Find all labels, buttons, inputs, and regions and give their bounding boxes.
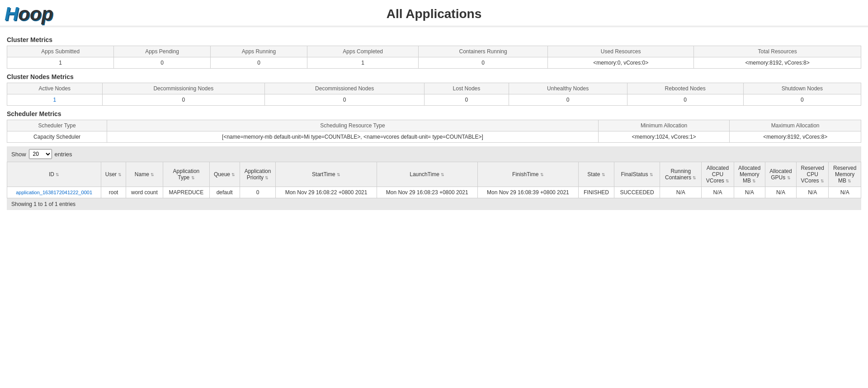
- scheduling-resource-type-value: [<name=memory-mb default-unit=Mi type=CO…: [107, 131, 599, 143]
- reserved-memory-sort-icon: ⇅: [848, 179, 851, 183]
- th-finish-time[interactable]: FinishTime ⇅: [477, 162, 578, 187]
- cell-final-status: SUCCEEDED: [614, 187, 660, 198]
- cell-finish-time: Mon Nov 29 16:08:39 +0800 2021: [477, 187, 578, 198]
- app-priority-sort-icon: ⇅: [265, 176, 269, 180]
- finish-time-sort-icon: ⇅: [540, 173, 544, 177]
- cluster-nodes-metrics-table: Active Nodes Decommissioning Nodes Decom…: [7, 83, 861, 106]
- th-state[interactable]: State ⇅: [578, 162, 614, 187]
- applications-table: ID ⇅ User ⇅ Name ⇅ ApplicationType ⇅ Que…: [7, 162, 861, 198]
- unhealthy-nodes-value: 0: [509, 94, 627, 106]
- rebooted-nodes-value: 0: [627, 94, 743, 106]
- launch-time-sort-icon: ⇅: [441, 173, 444, 177]
- cluster-metrics-section: Cluster Metrics Apps Submitted Apps Pend…: [7, 36, 861, 69]
- cell-queue: default: [209, 187, 240, 198]
- allocated-cpu-sort-icon: ⇅: [726, 179, 729, 183]
- cell-user: root: [101, 187, 126, 198]
- cell-state: FINISHED: [578, 187, 614, 198]
- lost-nodes-value: 0: [425, 94, 509, 106]
- page-title: All Applications: [0, 7, 868, 21]
- scheduler-metrics-table: Scheduler Type Scheduling Resource Type …: [7, 120, 861, 143]
- col-total-resources: Total Resources: [694, 46, 861, 57]
- state-sort-icon: ⇅: [602, 173, 605, 177]
- cluster-metrics-table: Apps Submitted Apps Pending Apps Running…: [7, 46, 861, 69]
- cell-running-containers: N/A: [660, 187, 702, 198]
- th-id[interactable]: ID ⇅: [7, 162, 101, 187]
- col-apps-submitted: Apps Submitted: [7, 46, 114, 57]
- th-final-status[interactable]: FinalStatus ⇅: [614, 162, 660, 187]
- show-label: Show: [11, 151, 26, 158]
- th-name[interactable]: Name ⇅: [126, 162, 163, 187]
- col-active-nodes: Active Nodes: [7, 83, 103, 94]
- reserved-cpu-sort-icon: ⇅: [821, 179, 824, 183]
- th-running-containers[interactable]: RunningContainers ⇅: [660, 162, 702, 187]
- cell-application-priority: 0: [240, 187, 276, 198]
- col-shutdown-nodes: Shutdown Nodes: [743, 83, 861, 94]
- table-row: application_1638172041222_0001 root word…: [7, 187, 861, 198]
- shutdown-nodes-value: 0: [743, 94, 861, 106]
- cell-allocated-cpu: N/A: [702, 187, 734, 198]
- final-status-sort-icon: ⇅: [650, 173, 653, 177]
- cluster-nodes-metrics-title: Cluster Nodes Metrics: [7, 73, 861, 80]
- th-start-time[interactable]: StartTime ⇅: [276, 162, 377, 187]
- cell-allocated-memory: N/A: [734, 187, 765, 198]
- cell-reserved-memory: N/A: [829, 187, 861, 198]
- decommissioning-nodes-value: 0: [102, 94, 265, 106]
- col-decommissioned-nodes: Decommissioned Nodes: [265, 83, 425, 94]
- th-reserved-cpu[interactable]: ReservedCPUVCores ⇅: [797, 162, 829, 187]
- entries-select[interactable]: 102050100: [29, 149, 52, 159]
- cell-launch-time: Mon Nov 29 16:08:23 +0800 2021: [377, 187, 477, 198]
- showing-entries-text: Showing 1 to 1 of 1 entries: [11, 201, 75, 207]
- th-reserved-memory[interactable]: ReservedMemoryMB ⇅: [829, 162, 861, 187]
- scheduler-metrics-title: Scheduler Metrics: [7, 110, 861, 117]
- col-rebooted-nodes: Rebooted Nodes: [627, 83, 743, 94]
- cell-allocated-gpus: N/A: [765, 187, 796, 198]
- start-time-sort-icon: ⇅: [337, 173, 340, 177]
- cell-id[interactable]: application_1638172041222_0001: [7, 187, 101, 198]
- cell-name: word count: [126, 187, 163, 198]
- col-scheduler-type: Scheduler Type: [7, 120, 107, 131]
- maximum-allocation-value: <memory:8192, vCores:8>: [730, 131, 861, 143]
- col-apps-completed: Apps Completed: [307, 46, 419, 57]
- entries-label: entries: [55, 151, 72, 158]
- scheduler-metrics-section: Scheduler Metrics Scheduler Type Schedul…: [7, 110, 861, 143]
- allocated-memory-sort-icon: ⇅: [752, 179, 756, 183]
- th-allocated-gpus[interactable]: AllocatedGPUs ⇅: [765, 162, 796, 187]
- col-maximum-allocation: Maximum Allocation: [730, 120, 861, 131]
- col-decommissioning-nodes: Decommissioning Nodes: [102, 83, 265, 94]
- decommissioned-nodes-value: 0: [265, 94, 425, 106]
- cell-start-time: Mon Nov 29 16:08:22 +0800 2021: [276, 187, 377, 198]
- apps-pending-value: 0: [114, 57, 210, 69]
- th-application-priority[interactable]: ApplicationPriority ⇅: [240, 162, 276, 187]
- show-entries-bar: Show 102050100 entries: [7, 146, 861, 162]
- active-nodes-value[interactable]: 1: [7, 94, 103, 106]
- th-allocated-memory[interactable]: AllocatedMemoryMB ⇅: [734, 162, 765, 187]
- containers-running-value: 0: [419, 57, 548, 69]
- col-unhealthy-nodes: Unhealthy Nodes: [509, 83, 627, 94]
- col-apps-pending: Apps Pending: [114, 46, 210, 57]
- user-sort-icon: ⇅: [118, 173, 122, 177]
- col-containers-running: Containers Running: [419, 46, 548, 57]
- col-scheduling-resource-type: Scheduling Resource Type: [107, 120, 599, 131]
- id-sort-icon: ⇅: [56, 173, 59, 177]
- queue-sort-icon: ⇅: [231, 173, 235, 177]
- apps-submitted-value: 1: [7, 57, 114, 69]
- cluster-nodes-metrics-section: Cluster Nodes Metrics Active Nodes Decom…: [7, 73, 861, 106]
- minimum-allocation-value: <memory:1024, vCores:1>: [598, 131, 730, 143]
- th-application-type[interactable]: ApplicationType ⇅: [163, 162, 210, 187]
- allocated-gpus-sort-icon: ⇅: [787, 176, 791, 180]
- th-allocated-cpu[interactable]: AllocatedCPUVCores ⇅: [702, 162, 734, 187]
- col-apps-running: Apps Running: [210, 46, 307, 57]
- th-user[interactable]: User ⇅: [101, 162, 126, 187]
- th-queue[interactable]: Queue ⇅: [209, 162, 240, 187]
- footer-info: Showing 1 to 1 of 1 entries: [7, 198, 861, 210]
- running-containers-sort-icon: ⇅: [693, 176, 696, 180]
- cluster-metrics-title: Cluster Metrics: [7, 36, 861, 43]
- name-sort-icon: ⇅: [151, 173, 154, 177]
- cell-reserved-cpu: N/A: [797, 187, 829, 198]
- apps-completed-value: 1: [307, 57, 419, 69]
- th-launch-time[interactable]: LaunchTime ⇅: [377, 162, 477, 187]
- col-used-resources: Used Resources: [548, 46, 694, 57]
- total-resources-value: <memory:8192, vCores:8>: [694, 57, 861, 69]
- col-minimum-allocation: Minimum Allocation: [598, 120, 730, 131]
- app-type-sort-icon: ⇅: [191, 176, 195, 180]
